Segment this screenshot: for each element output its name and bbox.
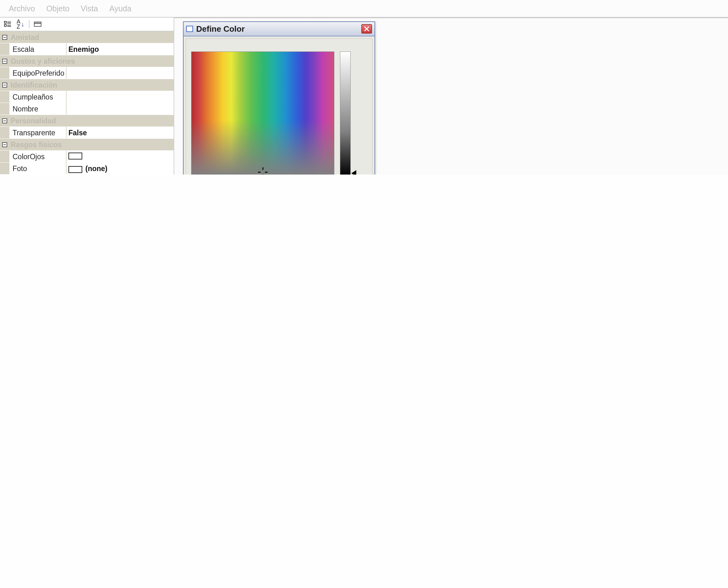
property-escala[interactable]: Escala Enemigo <box>0 43 173 55</box>
content-area: Define Color <box>174 18 728 174</box>
category-label: Identificación <box>9 79 173 91</box>
category-label: Personalidad <box>9 115 173 127</box>
property-value[interactable] <box>66 103 173 114</box>
property-label: Cumpleaños <box>9 91 66 103</box>
color-swatch-icon <box>68 152 82 160</box>
luminance-slider[interactable] <box>340 51 351 174</box>
collapse-icon[interactable] <box>0 55 9 67</box>
property-panel: AZ↓ Amistad Escala Enemigo <box>0 18 174 174</box>
property-value[interactable] <box>66 151 173 162</box>
category-amistad[interactable]: Amistad <box>0 31 173 43</box>
alphabetical-view-button[interactable]: AZ↓ <box>15 19 26 29</box>
categorized-view-button[interactable] <box>2 19 13 29</box>
property-toolbar: AZ↓ <box>0 18 173 31</box>
category-rasgos[interactable]: Rasgos físicos <box>0 139 173 151</box>
property-colorojos[interactable]: ColorOjos <box>0 151 173 163</box>
spectrum-gradient <box>191 52 334 174</box>
collapse-icon[interactable] <box>0 139 9 150</box>
property-pages-button[interactable] <box>33 19 43 29</box>
toolbar-separator <box>29 20 29 28</box>
menu-objeto[interactable]: Objeto <box>41 2 75 15</box>
dialog-title: Define Color <box>196 24 361 34</box>
property-value[interactable]: False <box>66 127 173 139</box>
image-swatch-icon <box>68 166 82 173</box>
property-transparente[interactable]: Transparente False <box>0 127 173 139</box>
property-label: Escala <box>9 43 66 55</box>
category-identificacion[interactable]: Identificación <box>0 79 173 91</box>
property-nombre[interactable]: Nombre <box>0 103 173 115</box>
define-color-dialog: Define Color <box>183 21 375 174</box>
property-label: ColorOjos <box>9 151 66 162</box>
dialog-body: Color|Solid Hue: 160 Red: 0 Sat: 0 Green… <box>186 38 373 174</box>
menu-archivo[interactable]: Archivo <box>3 2 41 15</box>
property-grid: Amistad Escala Enemigo Gustos y aficione… <box>0 31 173 174</box>
dialog-titlebar[interactable]: Define Color <box>184 22 375 37</box>
property-label: Foto <box>9 163 66 174</box>
svg-rect-0 <box>4 21 6 23</box>
luminance-pointer-icon <box>351 170 356 174</box>
property-label: Nombre <box>9 103 66 114</box>
property-label: EquipoPreferido <box>9 67 66 79</box>
property-value[interactable] <box>66 91 173 103</box>
property-equipopreferido[interactable]: EquipoPreferido <box>0 67 173 79</box>
category-label: Rasgos físicos <box>9 139 173 150</box>
svg-rect-7 <box>34 22 41 24</box>
category-label: Amistad <box>9 31 173 43</box>
menu-ayuda[interactable]: Ayuda <box>104 2 137 15</box>
color-field[interactable] <box>191 51 334 174</box>
property-foto[interactable]: Foto (none) <box>0 163 173 174</box>
category-label: Gustos y aficiones <box>9 55 173 67</box>
category-personalidad[interactable]: Personalidad <box>0 115 173 127</box>
collapse-icon[interactable] <box>0 79 9 91</box>
property-cumpleanos[interactable]: Cumpleaños <box>0 91 173 103</box>
property-value[interactable]: (none) <box>66 163 173 174</box>
window-icon <box>186 26 193 32</box>
property-value[interactable]: Enemigo <box>66 43 173 55</box>
svg-rect-1 <box>4 24 6 26</box>
menu-bar: Archivo Objeto Vista Ayuda <box>0 0 728 18</box>
collapse-icon[interactable] <box>0 115 9 127</box>
menu-vista[interactable]: Vista <box>75 2 104 15</box>
close-icon <box>364 26 370 32</box>
property-value[interactable] <box>66 67 173 79</box>
property-label: Transparente <box>9 127 66 139</box>
collapse-icon[interactable] <box>0 31 9 43</box>
category-gustos[interactable]: Gustos y aficiones <box>0 55 173 67</box>
close-button[interactable] <box>361 24 372 34</box>
